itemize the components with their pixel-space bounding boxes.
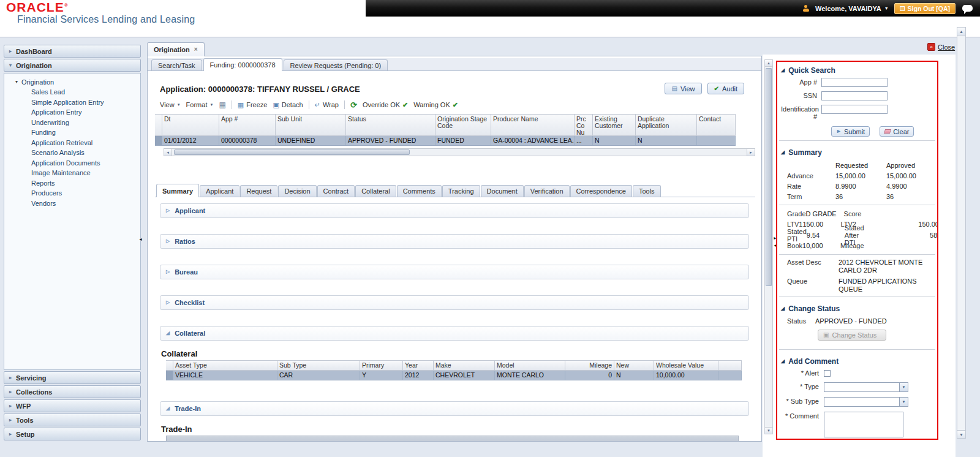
page-scrollbar[interactable]: ▲ ▼ (957, 27, 966, 439)
tree-node-origination[interactable]: ▾ Origination (4, 77, 140, 87)
tab-collateral[interactable]: Collateral (355, 185, 396, 197)
scrollbar-thumb[interactable] (174, 149, 410, 155)
ssn-input[interactable] (821, 91, 888, 100)
column-header[interactable]: Sub Type (277, 361, 360, 370)
sidebar-item-tools[interactable]: ▸ Tools (4, 414, 141, 426)
change-status-button[interactable]: ▣ Change Status (818, 330, 886, 341)
column-header[interactable]: Model (495, 361, 565, 370)
tree-item-sales-lead[interactable]: Sales Lead (4, 87, 140, 97)
tab-tracking[interactable]: Tracking (442, 185, 480, 197)
tab-comments[interactable]: Comments (397, 185, 442, 197)
add-comment-header[interactable]: ◢ Add Comment (777, 353, 937, 369)
section-applicant[interactable]: ▷ Applicant (160, 203, 749, 218)
column-header[interactable]: Duplicate Application (636, 115, 697, 135)
scroll-down-icon[interactable]: ▼ (957, 430, 965, 438)
column-header[interactable]: Existing Customer (593, 115, 636, 135)
tree-item-application-retrieval[interactable]: Application Retrieval (4, 138, 140, 148)
tab-summary[interactable]: Summary (156, 184, 199, 197)
scroll-up-icon[interactable]: ▲ (765, 60, 772, 67)
scroll-up-icon[interactable]: ▲ (957, 28, 965, 36)
submit-button[interactable]: ► Submit (831, 126, 870, 137)
quick-search-header[interactable]: ◢ Quick Search (777, 62, 937, 78)
scroll-right-icon[interactable]: ► (747, 149, 755, 156)
section-tradein[interactable]: ◢ Trade-In (160, 401, 749, 416)
warning-ok-toggle[interactable]: Warning OK ✔ (413, 101, 458, 108)
tab-origination-window[interactable]: Origination × (147, 42, 205, 56)
view-button[interactable]: ▤ View (665, 83, 701, 94)
column-header[interactable]: Origination Stage Code (435, 115, 491, 135)
sidebar-item-wfp[interactable]: ▸ WFP (4, 399, 141, 412)
column-header[interactable]: Year (403, 361, 434, 370)
tab-contract[interactable]: Contract (317, 185, 355, 197)
tree-item-scenario-analysis[interactable]: Scenario Analysis (4, 148, 140, 158)
horizontal-scrollbar[interactable]: ◄ ► (164, 148, 755, 156)
audit-button[interactable]: ✔ Audit (707, 83, 744, 94)
freeze-button[interactable]: ▦ Freeze (238, 101, 268, 108)
type-dropdown[interactable]: ▼ (824, 382, 908, 392)
column-header[interactable]: Mileage (565, 361, 614, 370)
column-header[interactable]: New (614, 361, 654, 370)
tab-applicant[interactable]: Applicant (200, 185, 239, 197)
scroll-left-icon[interactable]: ◄ (164, 149, 172, 156)
column-header[interactable]: Primary (360, 361, 403, 370)
tree-item-application-documents[interactable]: Application Documents (4, 158, 140, 168)
table-row[interactable]: VEHICLE CAR Y 2012 CHEVROLET MONTE CARLO… (166, 371, 742, 380)
section-checklist[interactable]: ▷ Checklist (160, 295, 749, 310)
sidebar-item-servicing[interactable]: ▸ Servicing (4, 371, 141, 384)
tab-review-requests[interactable]: Review Requests (Pending: 0) (284, 59, 388, 70)
column-header[interactable]: Contact (697, 115, 736, 135)
sidebar-item-origination[interactable]: ▾ Origination (4, 59, 141, 72)
wrap-button[interactable]: ↵ Wrap (315, 101, 339, 108)
column-header[interactable]: App # (219, 115, 276, 135)
view-menu[interactable]: View ▼ (160, 101, 181, 108)
detach-button[interactable]: ▣ Detach (273, 101, 303, 108)
sidebar-item-collections[interactable]: ▸ Collections (4, 385, 141, 398)
tab-funding[interactable]: Funding: 0000000378 (203, 58, 282, 71)
close-tab-icon[interactable]: × (194, 47, 198, 53)
alert-checkbox[interactable] (824, 370, 831, 377)
tree-item-underwriting[interactable]: Underwriting (4, 118, 140, 128)
column-header[interactable]: Producer Name (491, 115, 575, 135)
section-bureau[interactable]: ▷ Bureau (160, 265, 749, 279)
tree-item-image-maintenance[interactable]: Image Maintenance (4, 168, 140, 178)
scroll-down-icon[interactable]: ▼ (765, 427, 772, 434)
tree-item-vendors[interactable]: Vendors (4, 198, 140, 209)
table-row[interactable]: 01/01/2012 0000000378 UNDEFINED APPROVED… (155, 136, 736, 146)
sidebar-splitter-arrow[interactable]: ◄ (138, 237, 143, 242)
sidebar-item-setup[interactable]: ▸ Setup (4, 428, 141, 440)
user-menu[interactable]: Welcome, VAVAIDYA ▼ (815, 5, 889, 12)
tree-item-producers[interactable]: Producers (4, 188, 140, 198)
tree-item-application-entry[interactable]: Application Entry (4, 107, 140, 118)
column-header[interactable]: Status (346, 115, 435, 135)
query-table-icon[interactable]: ▦ (219, 101, 225, 108)
section-ratios[interactable]: ▷ Ratios (160, 234, 749, 249)
tree-item-reports[interactable]: Reports (4, 178, 140, 189)
override-ok-toggle[interactable]: Override OK ✔ (363, 101, 408, 108)
tab-tools[interactable]: Tools (633, 185, 661, 197)
sidebar-item-dashboard[interactable]: ▸ DashBoard (4, 45, 141, 58)
column-header[interactable]: Dt (162, 115, 219, 135)
tab-decision[interactable]: Decision (278, 185, 316, 197)
app-number-input[interactable] (821, 78, 888, 87)
refresh-icon[interactable]: ⟳ (350, 101, 357, 109)
column-header[interactable]: Make (434, 361, 495, 370)
tree-item-simple-application-entry[interactable]: Simple Application Entry (4, 97, 140, 108)
tree-item-funding[interactable]: Funding (4, 127, 140, 138)
identification-input[interactable] (821, 105, 888, 114)
column-header[interactable]: Sub Unit (276, 115, 346, 135)
tab-verification[interactable]: Verification (524, 185, 570, 197)
tab-search-task[interactable]: Search/Task (151, 59, 202, 70)
tab-request[interactable]: Request (240, 185, 277, 197)
comment-textarea[interactable] (824, 412, 903, 437)
clear-button[interactable]: Clear (880, 126, 914, 137)
column-header[interactable]: Prc Co Nu (575, 115, 593, 135)
sign-out-button[interactable]: Sign Out [QA] (894, 3, 956, 14)
tab-correspondence[interactable]: Correspondence (570, 185, 632, 197)
chat-icon[interactable] (962, 5, 973, 12)
vertical-scrollbar[interactable]: ▲ ▼ (764, 59, 773, 434)
close-button[interactable]: × Close (927, 43, 955, 51)
change-status-header[interactable]: ◢ Change Status (777, 300, 937, 316)
section-collateral[interactable]: ◢ Collateral (160, 326, 749, 341)
scrollbar-thumb[interactable] (766, 68, 772, 286)
tab-document[interactable]: Document (481, 185, 524, 197)
